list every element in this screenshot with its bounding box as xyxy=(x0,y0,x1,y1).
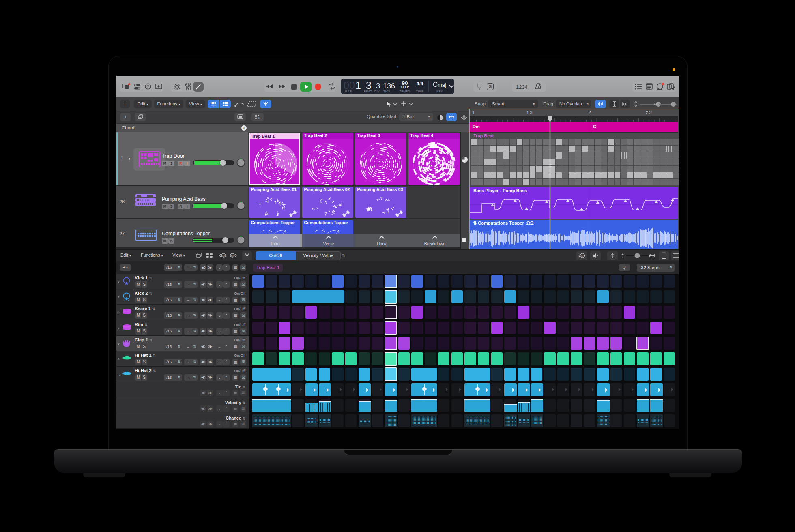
svg-text:?: ? xyxy=(147,84,149,88)
svg-text:R: R xyxy=(258,116,260,119)
svg-text:@: @ xyxy=(231,254,234,257)
svg-text:R: R xyxy=(581,254,584,258)
svg-text:@: @ xyxy=(222,254,225,257)
